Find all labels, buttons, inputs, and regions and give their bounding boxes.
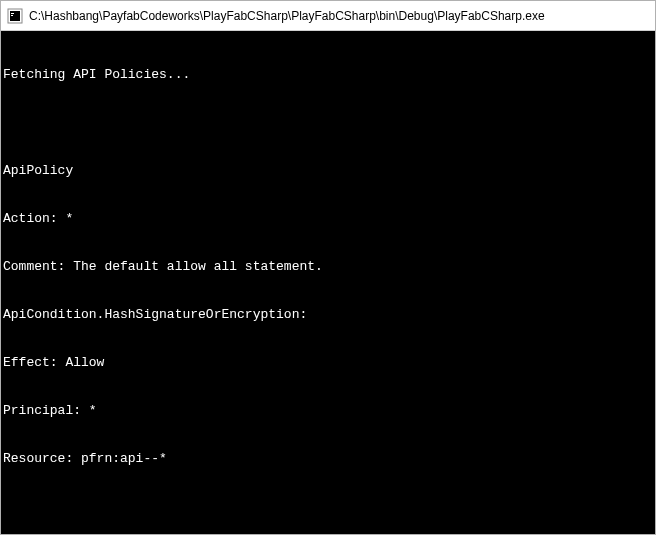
svg-rect-2 <box>11 13 14 14</box>
app-icon <box>7 8 23 24</box>
console-window: C:\Hashbang\PayfabCodeworks\PlayFabCShar… <box>0 0 656 535</box>
console-line <box>3 115 653 131</box>
console-line: ApiPolicy <box>3 163 653 179</box>
console-line: Fetching API Policies... <box>3 67 653 83</box>
svg-rect-3 <box>11 15 13 16</box>
console-line: Resource: pfrn:api--* <box>3 451 653 467</box>
console-line: Comment: The default allow all statement… <box>3 259 653 275</box>
console-line <box>3 499 653 515</box>
console-line: Action: * <box>3 211 653 227</box>
console-line: ApiCondition.HashSignatureOrEncryption: <box>3 307 653 323</box>
console-line: Principal: * <box>3 403 653 419</box>
titlebar[interactable]: C:\Hashbang\PayfabCodeworks\PlayFabCShar… <box>1 1 655 31</box>
window-title: C:\Hashbang\PayfabCodeworks\PlayFabCShar… <box>29 9 545 23</box>
console-line: Effect: Allow <box>3 355 653 371</box>
console-output[interactable]: Fetching API Policies... ApiPolicy Actio… <box>1 31 655 534</box>
